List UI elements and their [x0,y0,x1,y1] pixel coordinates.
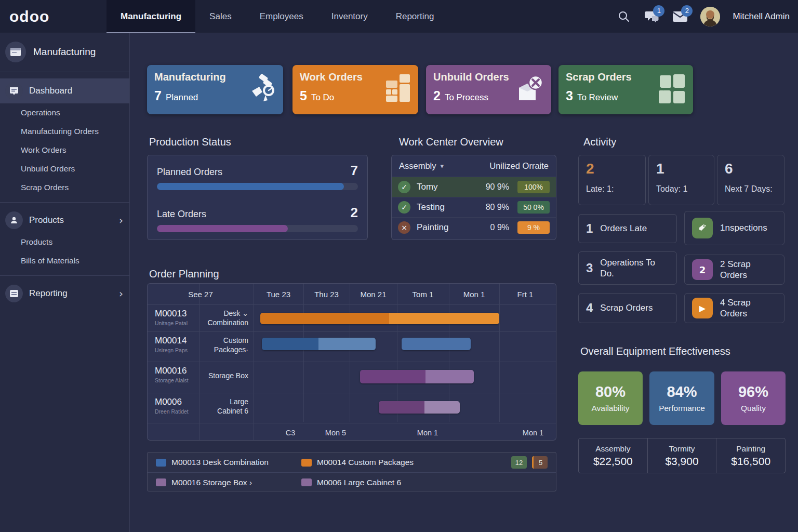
work-center-row[interactable]: ✓ Testing 80 9% 50 0% [392,197,556,218]
oee-quality-card[interactable]: 96% Quality [721,371,786,425]
kpi-value: 2 [433,88,441,103]
tile-count: 1 [586,221,593,236]
odoo-logo[interactable]: odoo [0,8,107,25]
tile-scrap-orders-4[interactable]: 4 Scrap Orders [578,293,677,323]
oee-performance-card[interactable]: 84% Performance [649,371,714,425]
gantt-footer-label: Mon 1 [512,429,554,437]
work-center-row[interactable]: × Painting 0 9% 9 % [392,218,556,237]
activity-stat-today[interactable]: 1 Today: 1 [648,155,714,205]
chevron-right-icon: › [119,214,123,227]
tile-scrap-orders-play[interactable]: ▶ 4 Scrap Orders [684,293,784,323]
gantt-row-id[interactable]: M00014 Usiregn Paps [148,331,200,362]
legend-swatch [301,459,312,467]
legend-item[interactable]: M0006 Large Cabinet 6 [301,478,447,487]
gantt-row-product[interactable]: Storage Box [200,362,254,393]
inspection-icon [692,218,713,238]
tile-label: 1nspections [720,222,767,233]
tile-operations-to-do[interactable]: 3 Operations To Do. [578,251,677,285]
kpi-label: To Process [445,92,488,103]
tab-employees[interactable]: Employees [246,0,317,33]
tile-scrap-orders-2[interactable]: 2 2 Scrap Orders [684,255,784,285]
sidebar-item-work-orders[interactable]: Work Orders [0,141,129,159]
gantt-bar[interactable] [260,313,499,324]
work-center-panel: Assembly ▾ Unilized Orraite ✓ Tomy 90 9%… [391,155,556,240]
sidebar-item-products[interactable]: Products [0,233,129,251]
sidebar-item-label: Dashboard [29,86,72,96]
cost-cell-assembly[interactable]: Assembly $22,500 [579,438,648,473]
order-subtext: Dreen Ratidet [155,408,200,415]
sidebar: Manufacturing Dashboard Operations Manuf… [0,33,130,532]
status-check-icon: ✓ [398,181,410,193]
dashboard-icon [5,82,23,100]
order-id: M0006 [155,397,200,407]
gantt-row-product[interactable]: Custom Packages· [200,331,254,362]
gantt-bar[interactable] [360,370,474,383]
tile-label: 4 Scrap Orders [720,297,777,320]
legend-item[interactable]: M00013 Desk Combination [156,458,301,467]
gantt-bar[interactable] [262,338,376,350]
order-subtext: Storage Alaist [155,377,200,383]
gantt-bar[interactable] [402,338,471,350]
activity-stat-next7days[interactable]: 6 Next 7 Days: [717,155,784,205]
order-planning-legend: M00013 Desk Combination M00014 Custom Pa… [147,452,556,491]
gantt-row-product[interactable]: Desk ⌄ Combination [200,304,254,331]
kpi-card-unbuild-orders[interactable]: Unbuild Orders 2To Process [426,65,551,114]
sidebar-item-bills-of-materials[interactable]: Bills of Materials [0,251,129,270]
gantt-column-header: Mon 21 [350,284,397,304]
product-name: Cabinet 6 [217,407,248,415]
planned-orders-row: Planned Orders 7 [148,155,367,190]
sidebar-item-reporting-group[interactable]: Reporting › [0,281,129,306]
sidebar-item-operations[interactable]: Operations [0,103,129,122]
work-center-title: Work Center Overview [399,136,503,148]
scrap-squares-icon [658,73,687,104]
tile-count: 3 [586,261,593,275]
gantt-bar[interactable] [379,401,460,414]
gantt-row-id[interactable]: M00013 Unitage Patal [148,304,200,331]
tile-orders-late[interactable]: 1 Orders Late [578,214,677,243]
messages-icon[interactable]: 1 [644,9,660,24]
gantt-column-header: Tom 1 [397,284,449,304]
work-center-row[interactable]: ✓ Tomy 90 9% 100% [392,177,556,197]
search-icon[interactable] [616,9,632,24]
chevron-down-icon: ▾ [441,162,444,170]
kpi-card-work-orders[interactable]: Work Orders 5To Do [292,65,418,114]
kpi-label: To Review [577,92,618,103]
oee-availability-card[interactable]: 80% Availability [578,371,643,425]
tab-inventory[interactable]: Inventory [317,0,382,33]
gantt-row-id[interactable]: M00016 Storage Alaist [148,362,200,393]
work-center-name: Tomy [417,182,438,192]
cost-cell-painting[interactable]: Painting $16,500 [716,438,785,473]
tab-reporting[interactable]: Reporting [382,0,448,33]
kpi-card-scrap-orders[interactable]: Scrap Orders 3To Review [558,65,693,114]
oee-label: Quality [741,404,766,413]
gantt-row-product[interactable]: Large Cabinet 6 [200,393,254,423]
legend-item[interactable]: M00016 Storage Box › [156,478,301,487]
tab-manufacturing[interactable]: Manufacturing [107,0,195,33]
sidebar-item-dashboard[interactable]: Dashboard [0,78,129,103]
work-center-selector[interactable]: Assembly [399,161,436,171]
sidebar-item-unbuild-orders[interactable]: Unbuild Orders [0,159,129,178]
work-center-name: Painting [417,222,448,233]
tab-sales[interactable]: Sales [195,0,246,33]
play-icon: ▶ [692,298,713,318]
tile-inspections[interactable]: 1nspections [684,211,784,245]
work-center-value: 0 9% [490,223,509,232]
activity-stat-late[interactable]: 2 Late: 1: [578,155,646,205]
order-subtext: Unitage Patal [155,320,200,326]
legend-label: M00014 Custom Packages [317,458,414,467]
cost-cell-tormity[interactable]: Tormity $3,900 [648,438,717,473]
tile-count: 4 [586,301,593,315]
gantt-column-header: Mon 1 [449,284,499,304]
top-navbar: odoo Manufacturing Sales Employees Inven… [0,0,798,33]
mail-icon[interactable]: 2 [672,9,688,24]
kpi-card-manufacturing[interactable]: Manufacturing 7Planned [147,65,283,114]
user-name[interactable]: Mitchell Admin [733,11,790,22]
sidebar-item-scrap-orders[interactable]: Scrap Orders [0,178,129,197]
user-avatar[interactable] [700,7,720,26]
messages-badge: 1 [653,5,664,17]
sidebar-item-manufacturing-orders[interactable]: Manufacturing Orders [0,122,129,141]
sidebar-item-products-group[interactable]: Products › [0,208,129,233]
legend-swatch [156,459,166,467]
legend-item[interactable]: M00014 Custom Packages [301,458,447,467]
gantt-row-id[interactable]: M0006 Dreen Ratidet [148,393,200,423]
